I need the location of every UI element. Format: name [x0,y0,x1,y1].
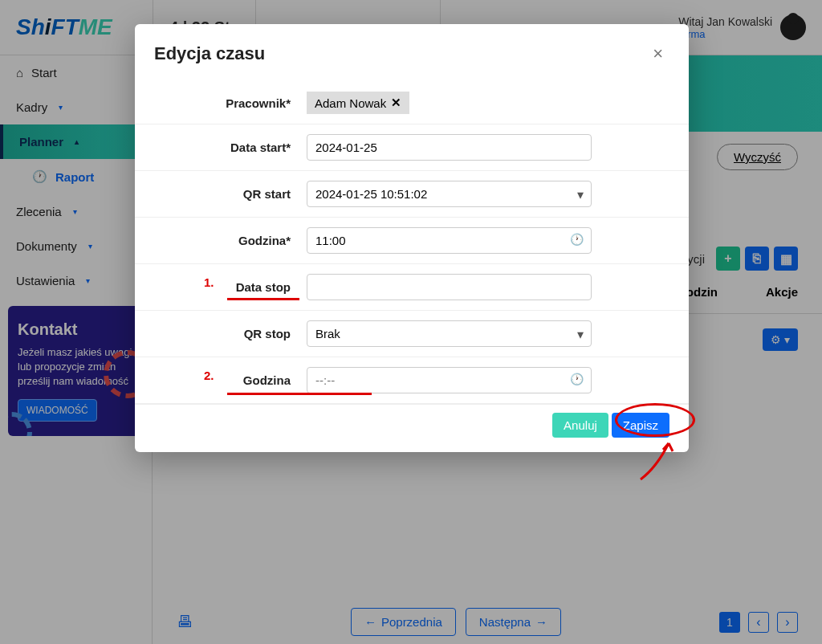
label-data-stop: Data stop [154,280,307,294]
annotation-1: 1. [204,275,214,289]
qr-stop-select[interactable]: Brak [307,320,592,347]
data-stop-input[interactable] [307,274,592,300]
chip-remove-icon[interactable]: ✕ [391,96,401,110]
annotation-underline-1 [227,298,299,300]
godzina2-input[interactable] [307,367,592,393]
modal-title: Edycja czasu [154,43,265,64]
label-pracownik: Pracownik* [154,96,307,110]
godzina-input[interactable] [307,227,592,254]
close-icon[interactable]: × [646,40,669,67]
label-qr-stop: QR stop [154,327,307,340]
label-godzina2: Godzina [154,373,307,387]
cancel-button[interactable]: Anuluj [552,413,608,438]
qr-start-select[interactable]: 2024-01-25 10:51:02 [307,181,592,207]
label-data-start: Data start* [154,141,307,154]
employee-name: Adam Nowak [315,96,386,110]
edit-time-modal: Edycja czasu × Pracownik* Adam Nowak ✕ D… [135,24,689,452]
annotation-circle [615,403,695,437]
data-start-input[interactable] [307,134,592,161]
annotation-2: 2. [204,369,214,382]
label-qr-start: QR start [154,187,307,201]
annotation-arrow [633,435,681,483]
employee-chip: Adam Nowak ✕ [307,92,409,114]
label-godzina: Godzina* [154,234,307,247]
annotation-underline-2 [227,393,372,395]
